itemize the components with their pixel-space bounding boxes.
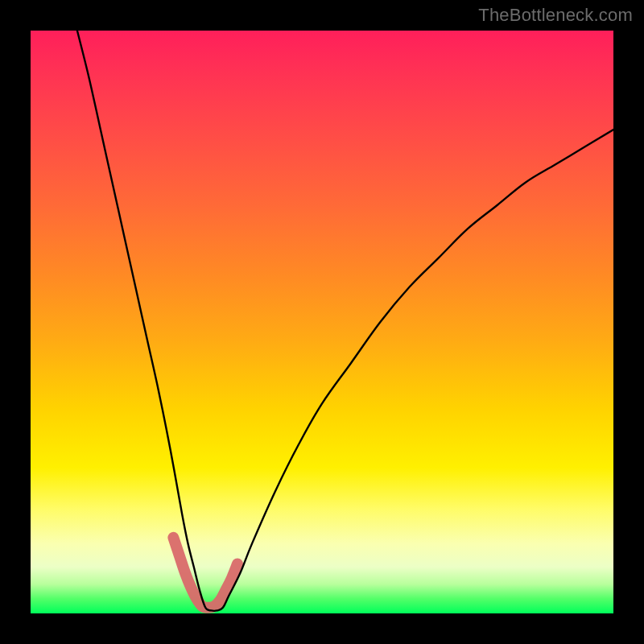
chart-frame: TheBottleneck.com [0, 0, 644, 644]
valley-highlight-series [173, 538, 237, 608]
bottleneck-curve-series [77, 31, 613, 611]
watermark-text: TheBottleneck.com [478, 5, 633, 26]
bottleneck-curve-path [77, 31, 613, 611]
chart-svg [31, 31, 613, 613]
plot-area [31, 31, 613, 613]
valley-highlight-path [173, 538, 237, 608]
